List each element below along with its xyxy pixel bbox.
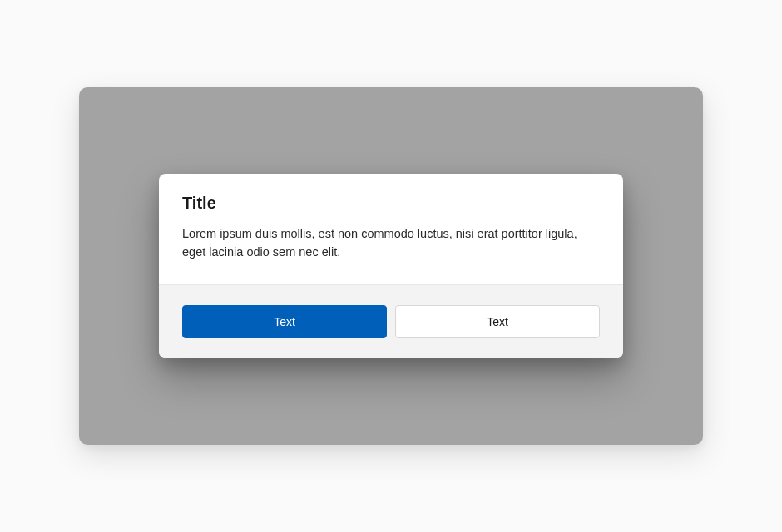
- app-window: Title Lorem ipsum duis mollis, est non c…: [79, 87, 703, 445]
- secondary-button[interactable]: Text: [395, 305, 600, 338]
- dialog-title: Title: [182, 194, 600, 213]
- dialog-body: Lorem ipsum duis mollis, est non commodo…: [182, 224, 600, 262]
- dialog-footer: Text Text: [159, 284, 623, 358]
- dialog: Title Lorem ipsum duis mollis, est non c…: [159, 174, 623, 359]
- dialog-content: Title Lorem ipsum duis mollis, est non c…: [159, 174, 623, 285]
- primary-button-label: Text: [274, 315, 295, 328]
- secondary-button-label: Text: [487, 315, 508, 328]
- primary-button[interactable]: Text: [182, 305, 387, 338]
